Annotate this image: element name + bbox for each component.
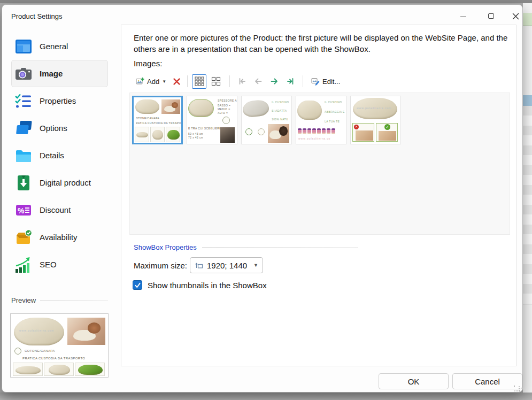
showbox-properties-label: ShowBox Properties	[134, 243, 197, 251]
add-image-icon	[136, 77, 144, 86]
background-bottom	[0, 393, 532, 400]
checkmark-icon	[134, 282, 141, 289]
minimize-button[interactable]	[451, 8, 475, 24]
sidebar-item-label: Digital product	[40, 178, 91, 187]
large-thumbnails-view-button[interactable]	[209, 74, 223, 89]
thumbnail-5[interactable]: www.puladiterra.com ✕ ✓	[350, 96, 401, 144]
add-button[interactable]: Add ▼	[132, 74, 170, 88]
sidebar-item-availability[interactable]: Availability	[11, 224, 108, 251]
close-button[interactable]	[504, 8, 527, 24]
show-thumbnails-label[interactable]: Show thumbnails in the ShowBox	[148, 281, 267, 290]
toolbar-separator	[229, 75, 230, 87]
small-thumbnails-view-button[interactable]	[192, 74, 206, 89]
sidebar-item-options[interactable]: Options	[11, 114, 108, 142]
go-previous-icon	[253, 76, 263, 86]
thumbnail-4[interactable]: IL CUSCINO ABBRACCIA E LA TUA TE www.pul…	[296, 96, 346, 144]
go-next-icon	[269, 76, 279, 86]
showbox-properties-header: ShowBox Properties	[134, 243, 358, 251]
thumbnail-1-selected[interactable]: OTONE/CANAPA RATICA CUSTODIA DA TRASPO	[132, 96, 183, 144]
download-icon	[14, 174, 33, 192]
sidebar-item-seo[interactable]: SEO	[11, 251, 108, 278]
ok-button[interactable]: OK	[379, 373, 449, 389]
preview-caption-text: PRATICA CUSTODIA DA TRASPORTO	[22, 357, 85, 360]
thumbnail-3[interactable]: IL CUSCINO SI ADATTA 100% NATU	[241, 96, 292, 144]
sidebar-item-details[interactable]: Details	[11, 142, 108, 169]
layout-icon	[14, 37, 33, 56]
sidebar-item-digital-product[interactable]: Digital product	[11, 169, 108, 196]
yes-badge: ✓	[384, 124, 390, 130]
percent-icon: %	[14, 201, 33, 219]
go-last-icon	[286, 76, 295, 86]
preview-watermark: www.puladiterra.com	[19, 329, 54, 332]
sidebar-item-discount[interactable]: % Discount	[11, 196, 108, 224]
sidebar-item-properties[interactable]: Properties	[11, 87, 108, 114]
images-label: Images:	[134, 59, 162, 68]
main-panel: Enter one or more pictures of the Produc…	[121, 25, 516, 366]
previous-image-button[interactable]	[250, 74, 266, 88]
maximize-icon	[488, 13, 494, 19]
preview-header: Preview	[11, 296, 108, 304]
background-app-strip	[523, 3, 532, 393]
preview-thumb-1	[13, 363, 43, 376]
sidebar-item-label: Options	[40, 124, 67, 133]
sidebar-item-label: SEO	[40, 260, 57, 269]
edit-button-label: Edit...	[322, 78, 340, 86]
background-window-edge	[0, 0, 532, 3]
maximum-size-value: 1920; 1440	[207, 261, 250, 270]
sidebar-item-general[interactable]: General	[11, 33, 108, 60]
thumbnail-4-image: IL CUSCINO ABBRACCIA E LA TUA TE www.pul…	[296, 96, 346, 144]
resize-grip[interactable]	[514, 386, 520, 392]
thumbnail-1-image: OTONE/CANAPA RATICA CUSTODIA DA TRASPO	[134, 97, 181, 143]
preview-label: Preview	[11, 296, 36, 304]
sidebar-item-label: Image	[40, 69, 63, 78]
grid-2x2-icon	[211, 76, 221, 86]
cancel-button[interactable]: Cancel	[452, 373, 522, 389]
sidebar-item-label: Availability	[40, 233, 78, 242]
delete-image-button[interactable]	[170, 74, 183, 88]
layers-icon	[14, 119, 33, 137]
window-title: Product Settings	[11, 12, 62, 20]
dropdown-caret-icon: ▼	[253, 263, 258, 268]
sidebar-item-label: Details	[40, 151, 64, 160]
first-image-button[interactable]	[234, 74, 250, 88]
background-row-selected	[523, 95, 532, 106]
preview-brand-text: COTONE/CANAPA	[25, 349, 55, 352]
showbox-divider	[202, 247, 358, 248]
preview-logo-stamp	[14, 348, 21, 355]
sidebar-item-label: Properties	[40, 96, 76, 105]
delete-x-icon	[173, 78, 180, 85]
background-grid-rows	[523, 106, 532, 305]
preview-image: www.puladiterra.com COTONE/CANAPA PRATIC…	[10, 313, 109, 378]
product-settings-dialog: Product Settings General Image Propertie…	[2, 4, 523, 393]
show-thumbnails-checkbox[interactable]	[133, 280, 142, 290]
thumbnail-3-image: IL CUSCINO SI ADATTA 100% NATU	[242, 96, 291, 144]
grid-3x3-icon	[195, 76, 204, 86]
last-image-button[interactable]	[282, 74, 298, 88]
checklist-icon	[14, 92, 33, 110]
no-badge: ✕	[354, 125, 359, 129]
edit-button[interactable]: Edit...	[307, 74, 344, 88]
next-image-button[interactable]	[266, 74, 282, 88]
preview-lifestyle-photo	[67, 318, 105, 345]
maximum-size-label: Maximum size:	[134, 261, 187, 270]
minimize-icon	[460, 16, 466, 17]
box-check-icon	[14, 228, 33, 247]
sidebar: General Image Properties Options Details…	[11, 33, 108, 278]
go-first-icon	[237, 76, 247, 86]
thumbnail-2-image: SPESSORE A BASSO = MEDIO = ALTO = E TRA …	[187, 96, 237, 144]
description-text: Enter one or more pictures of the Produc…	[134, 32, 511, 55]
sidebar-item-image[interactable]: Image	[11, 60, 108, 87]
images-toolbar: Add ▼	[132, 73, 344, 89]
preview-thumb-2	[44, 363, 74, 376]
camera-icon	[14, 65, 33, 83]
maximum-size-dropdown[interactable]: 1920; 1440 ▼	[190, 257, 263, 273]
close-icon	[512, 13, 519, 20]
maximize-button[interactable]	[479, 8, 503, 24]
chart-growth-icon	[14, 256, 33, 274]
edit-image-icon	[311, 77, 320, 86]
toolbar-separator	[303, 75, 303, 87]
thumbnail-2[interactable]: SPESSORE A BASSO = MEDIO = ALTO = E TRA …	[187, 96, 237, 144]
add-button-label: Add	[147, 78, 159, 86]
toolbar-separator	[187, 75, 188, 87]
add-dropdown-caret-icon: ▼	[162, 79, 166, 84]
